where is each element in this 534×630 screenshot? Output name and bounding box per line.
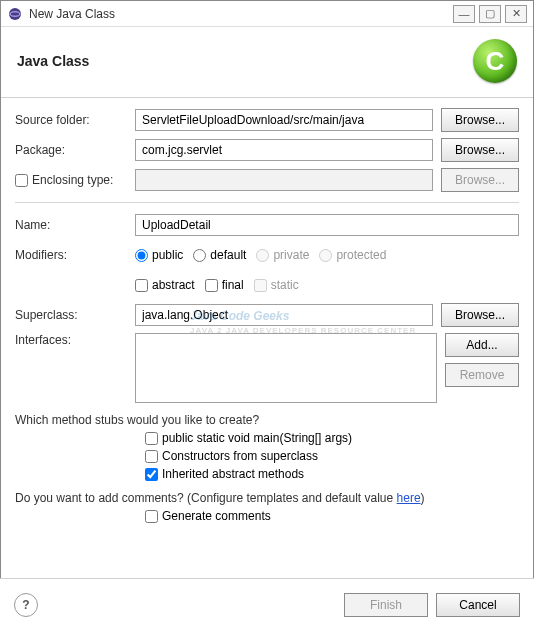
enclosing-type-browse-button: Browse... — [441, 168, 519, 192]
modifier-final[interactable]: final — [205, 278, 244, 292]
help-button[interactable]: ? — [14, 593, 38, 617]
eclipse-icon — [7, 6, 23, 22]
package-browse-button[interactable]: Browse... — [441, 138, 519, 162]
stub-inherited[interactable]: Inherited abstract methods — [145, 467, 519, 481]
dialog-footer: ? Finish Cancel — [0, 578, 534, 630]
class-icon: C — [473, 39, 517, 83]
separator — [15, 202, 519, 203]
stub-constructors[interactable]: Constructors from superclass — [145, 449, 519, 463]
close-button[interactable]: ✕ — [505, 5, 527, 23]
titlebar: New Java Class — ▢ ✕ — [1, 1, 533, 27]
dialog-header: Java Class C — [1, 27, 533, 98]
svg-point-0 — [9, 8, 21, 20]
package-input[interactable] — [135, 139, 433, 161]
source-folder-browse-button[interactable]: Browse... — [441, 108, 519, 132]
stubs-question: Which method stubs would you like to cre… — [15, 413, 519, 427]
name-label: Name: — [15, 218, 135, 232]
modifier-public[interactable]: public — [135, 248, 183, 262]
modifier-protected: protected — [319, 248, 386, 262]
package-label: Package: — [15, 143, 135, 157]
generate-comments[interactable]: Generate comments — [145, 509, 519, 523]
interfaces-list[interactable] — [135, 333, 437, 403]
enclosing-type-checkbox[interactable] — [15, 174, 28, 187]
modifier-private: private — [256, 248, 309, 262]
enclosing-type-label: Enclosing type: — [32, 173, 113, 187]
enclosing-type-check[interactable]: Enclosing type: — [15, 173, 135, 187]
window-title: New Java Class — [29, 7, 453, 21]
superclass-input[interactable] — [135, 304, 433, 326]
maximize-button[interactable]: ▢ — [479, 5, 501, 23]
interfaces-remove-button: Remove — [445, 363, 519, 387]
dialog-title: Java Class — [17, 53, 89, 69]
minimize-button[interactable]: — — [453, 5, 475, 23]
source-folder-input[interactable] — [135, 109, 433, 131]
finish-button[interactable]: Finish — [344, 593, 428, 617]
interfaces-label: Interfaces: — [15, 333, 135, 347]
modifier-abstract[interactable]: abstract — [135, 278, 195, 292]
configure-templates-link[interactable]: here — [397, 491, 421, 505]
source-folder-label: Source folder: — [15, 113, 135, 127]
stub-main[interactable]: public static void main(String[] args) — [145, 431, 519, 445]
enclosing-type-input — [135, 169, 433, 191]
cancel-button[interactable]: Cancel — [436, 593, 520, 617]
name-input[interactable] — [135, 214, 519, 236]
modifier-static: static — [254, 278, 299, 292]
superclass-label: Superclass: — [15, 308, 135, 322]
superclass-browse-button[interactable]: Browse... — [441, 303, 519, 327]
interfaces-add-button[interactable]: Add... — [445, 333, 519, 357]
comments-question: Do you want to add comments? (Configure … — [15, 491, 519, 505]
modifier-default[interactable]: default — [193, 248, 246, 262]
modifiers-label: Modifiers: — [15, 248, 135, 262]
